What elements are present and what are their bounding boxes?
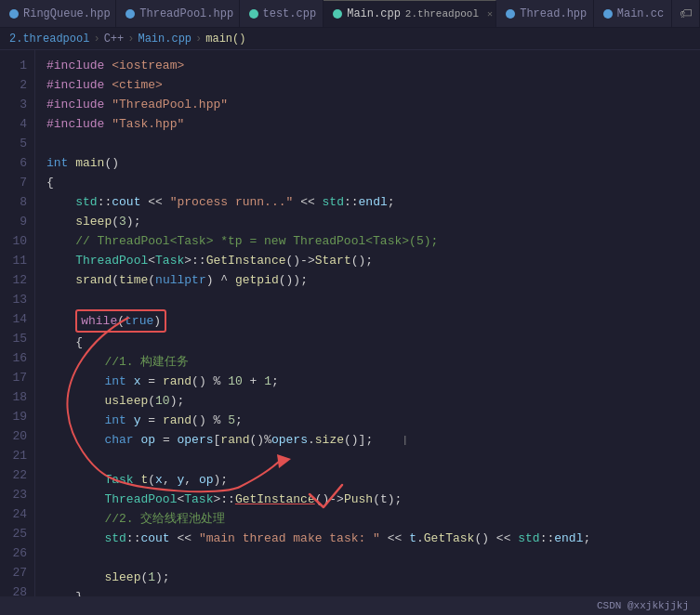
code-line-2: #include <ctime> bbox=[46, 75, 700, 95]
code-line-9: sleep(3); bbox=[46, 212, 700, 231]
breadcrumb-part-2: C++ bbox=[104, 33, 125, 46]
line-num-5: 5 bbox=[0, 134, 34, 153]
code-line-12: srand(time(nullptr) ^ getpid()); bbox=[46, 270, 700, 290]
line-num-6: 6 bbox=[0, 153, 34, 173]
breadcrumb-part-4: main() bbox=[205, 33, 245, 46]
tab-ringqueue[interactable]: RingQueue.hpp bbox=[0, 0, 116, 27]
tab-icon bbox=[249, 9, 258, 19]
line-num-7: 7 bbox=[0, 173, 34, 192]
tab-label: Main.cpp bbox=[347, 7, 401, 20]
tab-main-cc[interactable]: Main.cc bbox=[594, 0, 672, 27]
tab-label: Thread.hpp bbox=[520, 7, 587, 20]
tab-icon bbox=[333, 9, 342, 19]
breadcrumb-part-1[interactable]: 2.threadpool bbox=[9, 33, 89, 46]
code-line-14: while(true) bbox=[46, 309, 700, 333]
bookmark-icon: 🏷 bbox=[680, 7, 693, 21]
line-num-10: 10 bbox=[0, 231, 34, 251]
code-line-23: ThreadPool<Task>::GetInstance()->Push(t)… bbox=[46, 490, 700, 509]
code-line-5 bbox=[46, 134, 700, 153]
code-line-4: #include "Task.hpp" bbox=[46, 114, 700, 134]
line-num-18: 18 bbox=[0, 387, 34, 407]
code-line-19: int y = rand() % 5; bbox=[46, 411, 700, 430]
line-num-17: 17 bbox=[0, 368, 34, 387]
code-line-24: //2. 交给线程池处理 bbox=[46, 509, 700, 529]
while-true-highlight: while(true) bbox=[75, 309, 166, 333]
code-line-1: #include <iostream> bbox=[46, 56, 700, 75]
line-num-25: 25 bbox=[0, 524, 34, 543]
line-num-9: 9 bbox=[0, 212, 34, 231]
line-num-4: 4 bbox=[0, 114, 34, 134]
code-line-6: int main() bbox=[46, 153, 700, 173]
code-line-18: usleep(10); bbox=[46, 391, 700, 411]
line-numbers: 1 2 3 4 5 6 7 8 9 10 11 12 13 14 15 16 1… bbox=[0, 50, 35, 596]
tab-label: test.cpp bbox=[263, 7, 317, 20]
code-line-20: char op = opers[rand()%opers.size()]; | bbox=[46, 430, 700, 451]
line-num-3: 3 bbox=[0, 95, 34, 114]
tab-badge: 2.threadpool bbox=[405, 8, 479, 20]
tab-label: Main.cc bbox=[617, 7, 664, 20]
line-num-28: 28 bbox=[0, 582, 34, 596]
tab-icon bbox=[603, 9, 613, 19]
line-num-2: 2 bbox=[0, 75, 34, 95]
line-num-1: 1 bbox=[0, 56, 34, 75]
tab-icon bbox=[9, 9, 19, 19]
line-num-16: 16 bbox=[0, 348, 34, 368]
line-num-8: 8 bbox=[0, 192, 34, 212]
line-num-26: 26 bbox=[0, 543, 34, 563]
line-num-11: 11 bbox=[0, 251, 34, 270]
breadcrumb-sep-3: › bbox=[195, 33, 202, 46]
code-line-21 bbox=[46, 451, 700, 470]
code-line-26 bbox=[46, 548, 700, 568]
tab-thread-hpp[interactable]: Thread.hpp bbox=[496, 0, 594, 27]
code-line-8: std::cout << "process runn..." << std::e… bbox=[46, 192, 700, 212]
code-line-17: int x = rand() % 10 + 1; bbox=[46, 372, 700, 391]
code-content: #include <iostream> #include <ctime> #in… bbox=[35, 50, 700, 596]
line-num-12: 12 bbox=[0, 270, 34, 290]
breadcrumb-sep-2: › bbox=[127, 33, 134, 46]
tab-test[interactable]: test.cpp bbox=[240, 0, 324, 27]
tab-bar: RingQueue.hpp ThreadPool.hpp test.cpp Ma… bbox=[0, 0, 700, 28]
line-num-13: 13 bbox=[0, 290, 34, 309]
code-line-7: { bbox=[46, 173, 700, 192]
tab-bookmark[interactable]: 🏷 bbox=[672, 0, 700, 27]
csdn-label: CSDN @xxjkkjjkj bbox=[597, 600, 689, 611]
line-num-15: 15 bbox=[0, 329, 34, 348]
code-line-3: #include "ThreadPool.hpp" bbox=[46, 95, 700, 114]
code-line-27: sleep(1); bbox=[46, 568, 700, 587]
code-line-11: ThreadPool<Task>::GetInstance()->Start()… bbox=[46, 251, 700, 270]
line-num-21: 21 bbox=[0, 446, 34, 465]
line-num-14: 14 bbox=[0, 309, 34, 329]
line-num-24: 24 bbox=[0, 504, 34, 524]
tab-label: ThreadPool.hpp bbox=[139, 7, 233, 20]
line-num-22: 22 bbox=[0, 465, 34, 485]
code-line-28: } bbox=[46, 587, 700, 596]
tab-threadpool[interactable]: ThreadPool.hpp bbox=[116, 0, 239, 27]
code-line-13 bbox=[46, 290, 700, 309]
breadcrumb-part-3[interactable]: Main.cpp bbox=[138, 33, 192, 46]
tab-icon bbox=[125, 9, 135, 19]
tab-close-icon[interactable]: ✕ bbox=[487, 8, 493, 20]
line-num-19: 19 bbox=[0, 407, 34, 426]
tab-label: RingQueue.hpp bbox=[23, 7, 111, 20]
tab-icon bbox=[506, 9, 515, 19]
line-num-27: 27 bbox=[0, 563, 34, 582]
line-num-23: 23 bbox=[0, 485, 34, 504]
line-num-20: 20 bbox=[0, 426, 34, 446]
status-bar: CSDN @xxjkkjjkj bbox=[0, 596, 700, 615]
code-line-15: { bbox=[46, 333, 700, 352]
code-line-10: // ThreadPool<Task> *tp = new ThreadPool… bbox=[46, 231, 700, 251]
code-line-22: Task t(x, y, op); bbox=[46, 470, 700, 490]
code-line-25: std::cout << "main thread make task: " <… bbox=[46, 529, 700, 548]
code-line-16: //1. 构建任务 bbox=[46, 352, 700, 372]
breadcrumb-sep-1: › bbox=[93, 33, 99, 46]
breadcrumb: 2.threadpool › C++ › Main.cpp › main() bbox=[0, 28, 700, 50]
tab-main-cpp[interactable]: Main.cpp 2.threadpool ✕ bbox=[324, 0, 496, 27]
code-container: 1 2 3 4 5 6 7 8 9 10 11 12 13 14 15 16 1… bbox=[0, 50, 700, 596]
